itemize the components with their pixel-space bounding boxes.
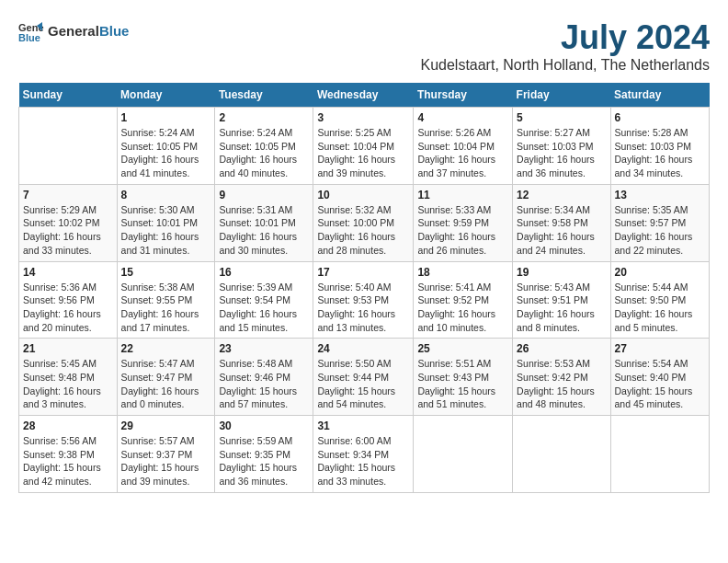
calendar-table: Sunday Monday Tuesday Wednesday Thursday… xyxy=(18,83,710,493)
day-content: Sunrise: 5:28 AMSunset: 10:03 PMDaylight… xyxy=(615,126,705,180)
day-content: Sunrise: 5:34 AMSunset: 9:58 PMDaylight:… xyxy=(517,203,606,258)
calendar-cell: 3 Sunrise: 5:25 AMSunset: 10:04 PMDaylig… xyxy=(313,108,414,185)
calendar-cell: 30 Sunrise: 5:59 AMSunset: 9:35 PMDaylig… xyxy=(215,416,313,493)
day-number: 8 xyxy=(121,189,211,201)
calendar-cell: 16 Sunrise: 5:39 AMSunset: 9:54 PMDaylig… xyxy=(215,261,313,339)
calendar-cell: 29 Sunrise: 5:57 AMSunset: 9:37 PMDaylig… xyxy=(117,416,215,493)
calendar-cell: 31 Sunrise: 6:00 AMSunset: 9:34 PMDaylig… xyxy=(313,416,414,493)
calendar-cell: 21 Sunrise: 5:45 AMSunset: 9:48 PMDaylig… xyxy=(19,339,118,416)
day-content: Sunrise: 5:51 AMSunset: 9:43 PMDaylight:… xyxy=(417,357,508,411)
location-title: Kudelstaart, North Holland, The Netherla… xyxy=(420,57,710,74)
day-content: Sunrise: 5:25 AMSunset: 10:04 PMDaylight… xyxy=(317,126,409,180)
calendar-cell xyxy=(19,108,118,185)
calendar-cell: 13 Sunrise: 5:35 AMSunset: 9:57 PMDaylig… xyxy=(610,184,709,261)
calendar-cell: 19 Sunrise: 5:43 AMSunset: 9:51 PMDaylig… xyxy=(513,261,610,339)
calendar-header-row: Sunday Monday Tuesday Wednesday Thursday… xyxy=(19,83,710,108)
calendar-cell: 8 Sunrise: 5:30 AMSunset: 10:01 PMDaylig… xyxy=(117,184,215,261)
day-number: 24 xyxy=(317,342,409,355)
day-number: 16 xyxy=(219,266,309,279)
calendar-cell: 11 Sunrise: 5:33 AMSunset: 9:59 PMDaylig… xyxy=(414,184,513,261)
day-content: Sunrise: 5:47 AMSunset: 9:47 PMDaylight:… xyxy=(121,357,211,411)
calendar-cell xyxy=(513,416,610,493)
header-thursday: Thursday xyxy=(414,83,513,108)
day-content: Sunrise: 5:38 AMSunset: 9:55 PMDaylight:… xyxy=(121,281,211,335)
svg-text:Blue: Blue xyxy=(18,32,40,43)
day-number: 21 xyxy=(23,342,113,355)
day-content: Sunrise: 5:30 AMSunset: 10:01 PMDaylight… xyxy=(121,203,211,258)
day-content: Sunrise: 5:36 AMSunset: 9:56 PMDaylight:… xyxy=(23,281,113,335)
day-number: 11 xyxy=(417,189,508,201)
calendar-cell xyxy=(610,416,709,493)
calendar-cell: 10 Sunrise: 5:32 AMSunset: 10:00 PMDayli… xyxy=(313,184,414,261)
calendar-cell: 2 Sunrise: 5:24 AMSunset: 10:05 PMDaylig… xyxy=(215,108,313,185)
day-number: 14 xyxy=(23,266,113,279)
day-number: 18 xyxy=(417,266,508,279)
day-content: Sunrise: 5:48 AMSunset: 9:46 PMDaylight:… xyxy=(219,357,309,411)
calendar-cell: 28 Sunrise: 5:56 AMSunset: 9:38 PMDaylig… xyxy=(19,416,118,493)
day-number: 4 xyxy=(417,111,508,124)
calendar-cell: 7 Sunrise: 5:29 AMSunset: 10:02 PMDaylig… xyxy=(19,184,118,261)
day-content: Sunrise: 5:27 AMSunset: 10:03 PMDaylight… xyxy=(517,126,606,180)
page-header: General Blue GeneralBlue July 2024 Kudel… xyxy=(18,18,710,74)
calendar-cell: 12 Sunrise: 5:34 AMSunset: 9:58 PMDaylig… xyxy=(513,184,610,261)
day-content: Sunrise: 5:59 AMSunset: 9:35 PMDaylight:… xyxy=(219,434,309,488)
calendar-cell: 25 Sunrise: 5:51 AMSunset: 9:43 PMDaylig… xyxy=(414,339,513,416)
day-number: 20 xyxy=(615,266,705,279)
month-title: July 2024 xyxy=(420,18,710,57)
calendar-cell: 26 Sunrise: 5:53 AMSunset: 9:42 PMDaylig… xyxy=(513,339,610,416)
logo: General Blue GeneralBlue xyxy=(18,18,129,44)
day-number: 22 xyxy=(121,342,211,355)
day-content: Sunrise: 5:35 AMSunset: 9:57 PMDaylight:… xyxy=(615,203,705,258)
day-number: 6 xyxy=(615,111,705,124)
day-content: Sunrise: 5:45 AMSunset: 9:48 PMDaylight:… xyxy=(23,357,113,411)
day-content: Sunrise: 5:54 AMSunset: 9:40 PMDaylight:… xyxy=(615,357,705,411)
calendar-cell xyxy=(414,416,513,493)
calendar-cell: 17 Sunrise: 5:40 AMSunset: 9:53 PMDaylig… xyxy=(313,261,414,339)
day-content: Sunrise: 5:24 AMSunset: 10:05 PMDaylight… xyxy=(219,126,309,180)
day-number: 9 xyxy=(219,189,309,201)
header-tuesday: Tuesday xyxy=(215,83,313,108)
day-content: Sunrise: 5:26 AMSunset: 10:04 PMDaylight… xyxy=(417,126,508,180)
day-number: 28 xyxy=(23,419,113,432)
calendar-cell: 9 Sunrise: 5:31 AMSunset: 10:01 PMDaylig… xyxy=(215,184,313,261)
calendar-cell: 4 Sunrise: 5:26 AMSunset: 10:04 PMDaylig… xyxy=(414,108,513,185)
header-sunday: Sunday xyxy=(19,83,118,108)
header-saturday: Saturday xyxy=(610,83,709,108)
calendar-cell: 1 Sunrise: 5:24 AMSunset: 10:05 PMDaylig… xyxy=(117,108,215,185)
day-content: Sunrise: 6:00 AMSunset: 9:34 PMDaylight:… xyxy=(317,434,409,488)
calendar-week-row: 21 Sunrise: 5:45 AMSunset: 9:48 PMDaylig… xyxy=(19,339,710,416)
day-number: 10 xyxy=(317,189,409,201)
day-content: Sunrise: 5:33 AMSunset: 9:59 PMDaylight:… xyxy=(417,203,508,258)
day-number: 29 xyxy=(121,419,211,432)
calendar-cell: 24 Sunrise: 5:50 AMSunset: 9:44 PMDaylig… xyxy=(313,339,414,416)
calendar-week-row: 14 Sunrise: 5:36 AMSunset: 9:56 PMDaylig… xyxy=(19,261,710,339)
day-content: Sunrise: 5:31 AMSunset: 10:01 PMDaylight… xyxy=(219,203,309,258)
day-number: 3 xyxy=(317,111,409,124)
day-number: 23 xyxy=(219,342,309,355)
calendar-cell: 27 Sunrise: 5:54 AMSunset: 9:40 PMDaylig… xyxy=(610,339,709,416)
day-number: 30 xyxy=(219,419,309,432)
logo-blue: Blue xyxy=(99,23,130,39)
calendar-week-row: 28 Sunrise: 5:56 AMSunset: 9:38 PMDaylig… xyxy=(19,416,710,493)
day-number: 15 xyxy=(121,266,211,279)
day-content: Sunrise: 5:39 AMSunset: 9:54 PMDaylight:… xyxy=(219,281,309,335)
calendar-cell: 23 Sunrise: 5:48 AMSunset: 9:46 PMDaylig… xyxy=(215,339,313,416)
calendar-cell: 15 Sunrise: 5:38 AMSunset: 9:55 PMDaylig… xyxy=(117,261,215,339)
day-number: 25 xyxy=(417,342,508,355)
day-content: Sunrise: 5:32 AMSunset: 10:00 PMDaylight… xyxy=(317,203,409,258)
title-section: July 2024 Kudelstaart, North Holland, Th… xyxy=(420,18,710,74)
day-content: Sunrise: 5:44 AMSunset: 9:50 PMDaylight:… xyxy=(615,281,705,335)
calendar-cell: 18 Sunrise: 5:41 AMSunset: 9:52 PMDaylig… xyxy=(414,261,513,339)
day-content: Sunrise: 5:50 AMSunset: 9:44 PMDaylight:… xyxy=(317,357,409,411)
day-number: 7 xyxy=(23,189,113,201)
calendar-cell: 6 Sunrise: 5:28 AMSunset: 10:03 PMDaylig… xyxy=(610,108,709,185)
calendar-week-row: 1 Sunrise: 5:24 AMSunset: 10:05 PMDaylig… xyxy=(19,108,710,185)
day-number: 12 xyxy=(517,189,606,201)
calendar-cell: 14 Sunrise: 5:36 AMSunset: 9:56 PMDaylig… xyxy=(19,261,118,339)
day-number: 19 xyxy=(517,266,606,279)
day-number: 5 xyxy=(517,111,606,124)
logo-icon: General Blue xyxy=(18,18,44,44)
calendar-cell: 5 Sunrise: 5:27 AMSunset: 10:03 PMDaylig… xyxy=(513,108,610,185)
day-content: Sunrise: 5:40 AMSunset: 9:53 PMDaylight:… xyxy=(317,281,409,335)
day-content: Sunrise: 5:56 AMSunset: 9:38 PMDaylight:… xyxy=(23,434,113,488)
